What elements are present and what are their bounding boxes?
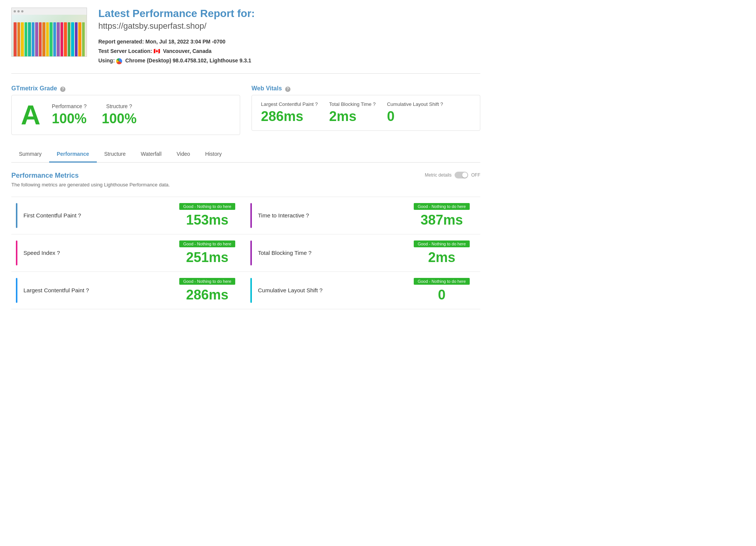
toggle-state-label: OFF [471,172,480,178]
si-border [16,240,17,265]
tbt-border [250,240,252,265]
lcp-value-block: Good - Nothing to do here 286ms [173,278,241,303]
cls-value-block: Good - Nothing to do here 0 [408,278,476,303]
performance-value: 100% [52,111,87,127]
tti-border [250,203,252,228]
tab-video[interactable]: Video [169,146,198,163]
tbt-help-icon[interactable]: ? [308,250,311,256]
report-generated-label: Report generated: [98,39,144,45]
si-badge: Good - Nothing to do here [179,240,235,247]
metric-details-toggle[interactable]: Metric details OFF [425,172,480,178]
structure-metric: Structure ? 100% [102,103,137,127]
metrics-subtitle: The following metrics are generated usin… [11,182,170,188]
structure-help-icon[interactable]: ? [129,103,132,109]
cls-help-icon[interactable]: ? [440,101,443,107]
left-metrics-column: First Contentful Paint ? Good - Nothing … [11,197,246,309]
tti-value-block: Good - Nothing to do here 387ms [408,203,476,228]
using-value: Chrome (Desktop) 98.0.4758.102, Lighthou… [125,57,251,64]
si-value: 251ms [173,250,241,265]
performance-metric: Performance ? 100% [52,103,87,127]
cls-value: 0 [387,109,443,124]
tbt-info: Total Blocking Time ? [258,250,402,256]
tab-waterfall[interactable]: Waterfall [133,146,169,163]
tti-help-icon[interactable]: ? [306,212,309,219]
report-meta: Report generated: Mon, Jul 18, 2022 3:04… [98,37,480,66]
cls-vital: Cumulative Layout Shift ? 0 [387,101,443,124]
si-metric-row: Speed Index ? Good - Nothing to do here … [11,234,246,271]
lcp-value: 286ms [261,109,318,124]
cls-border [250,278,252,303]
fcp-help-icon[interactable]: ? [78,212,81,219]
tab-summary[interactable]: Summary [11,146,49,163]
gtmetrix-grade-card: A Performance ? 100% Structure ? 100% [11,95,240,135]
toggle-switch[interactable] [455,172,468,178]
tti-metric-row: Time to Interactive ? Good - Nothing to … [246,197,480,234]
tbt-value: 2ms [408,250,476,265]
gtmetrix-grade-title: GTmetrix Grade ? [11,85,240,92]
tti-badge: Good - Nothing to do here [414,203,469,210]
si-name: Speed Index ? [23,250,167,256]
fcp-badge: Good - Nothing to do here [179,203,235,210]
cls-help-icon[interactable]: ? [319,287,322,293]
metric-details-label: Metric details [425,172,452,178]
header-info: Latest Performance Report for: https://g… [98,8,480,66]
web-vitals-help-icon[interactable]: ? [285,87,290,92]
tabs-section: Summary Performance Structure Waterfall … [11,146,480,163]
tbt-metric-row: Total Blocking Time ? Good - Nothing to … [246,234,480,271]
tbt-help-icon[interactable]: ? [373,101,376,107]
cls-value: 0 [408,287,476,303]
cls-metric-row: Cumulative Layout Shift ? Good - Nothing… [246,271,480,309]
lcp-border [16,278,17,303]
gtmetrix-grade-block: GTmetrix Grade ? A Performance ? 100% St… [11,85,240,135]
cls-info: Cumulative Layout Shift ? [258,287,402,293]
cls-badge: Good - Nothing to do here [414,278,469,285]
metrics-header: Performance Metrics The following metric… [11,172,480,194]
tab-performance[interactable]: Performance [49,146,97,163]
metrics-title: Performance Metrics [11,172,170,180]
lcp-info: Largest Contentful Paint ? [23,287,167,293]
performance-help-icon[interactable]: ? [84,103,87,109]
fcp-info: First Contentful Paint ? [23,212,167,219]
si-info: Speed Index ? [23,250,167,256]
si-help-icon[interactable]: ? [57,250,60,256]
tbt-label: Total Blocking Time ? [329,101,376,107]
tabs-list: Summary Performance Structure Waterfall … [11,146,480,162]
fcp-value: 153ms [173,212,241,228]
tti-name: Time to Interactive ? [258,212,402,219]
performance-label: Performance ? [52,103,87,109]
cls-name: Cumulative Layout Shift ? [258,287,402,293]
fcp-border [16,203,17,228]
tbt-name: Total Blocking Time ? [258,250,402,256]
grade-letter: A [21,101,40,129]
fcp-metric-row: First Contentful Paint ? Good - Nothing … [11,197,246,234]
site-thumbnail [11,8,87,57]
lcp-help-icon[interactable]: ? [315,101,318,107]
header-section: Latest Performance Report for: https://g… [11,8,480,74]
si-value-block: Good - Nothing to do here 251ms [173,240,241,265]
lcp-metric-help-icon[interactable]: ? [86,287,89,293]
tbt-value-block: Good - Nothing to do here 2ms [408,240,476,265]
web-vitals-block: Web Vitals ? Largest Contentful Paint ? … [251,85,480,135]
tti-value: 387ms [408,212,476,228]
tti-info: Time to Interactive ? [258,212,402,219]
test-server-label: Test Server Location: [98,48,152,54]
report-generated-value: Mon, Jul 18, 2022 3:04 PM -0700 [145,39,225,45]
tbt-value: 2ms [329,109,376,124]
tab-structure[interactable]: Structure [97,146,134,163]
lcp-name: Largest Contentful Paint ? [23,287,167,293]
structure-value: 100% [102,111,137,127]
lcp-metric-value: 286ms [173,287,241,303]
lcp-badge: Good - Nothing to do here [179,278,235,285]
grades-section: GTmetrix Grade ? A Performance ? 100% St… [11,85,480,135]
lcp-label: Largest Contentful Paint ? [261,101,318,107]
structure-label: Structure ? [102,103,137,109]
gtmetrix-grade-help-icon[interactable]: ? [60,87,65,92]
metrics-grid: First Contentful Paint ? Good - Nothing … [11,197,480,309]
fcp-name: First Contentful Paint ? [23,212,167,219]
tab-history[interactable]: History [198,146,230,163]
web-vitals-title: Web Vitals ? [251,85,480,92]
tbt-badge: Good - Nothing to do here [414,240,469,247]
tbt-vital: Total Blocking Time ? 2ms [329,101,376,124]
report-url: https://gatsby.superfast.shop/ [98,21,480,31]
chrome-icon [116,58,122,64]
